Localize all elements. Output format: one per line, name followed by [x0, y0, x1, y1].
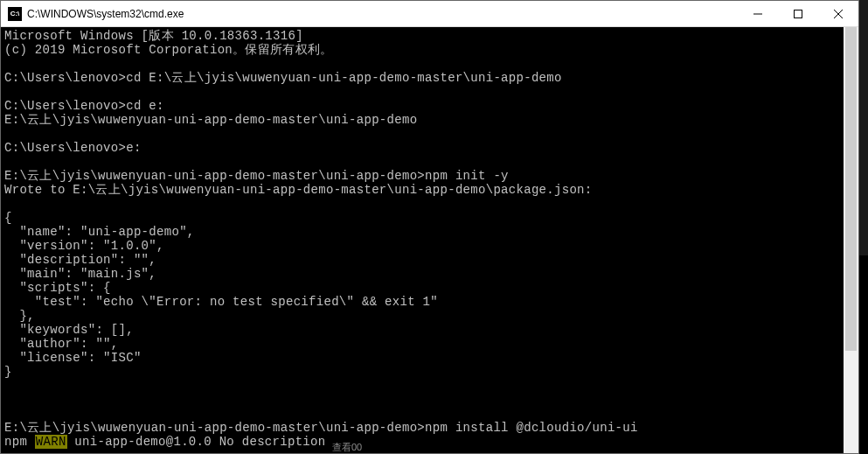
terminal-line: }	[4, 365, 844, 379]
terminal-line: Microsoft Windows [版本 10.0.18363.1316]	[4, 29, 844, 43]
terminal-line	[4, 127, 844, 141]
maximize-button[interactable]	[778, 1, 818, 27]
window-title: C:\WINDOWS\system32\cmd.exe	[27, 8, 738, 20]
terminal-line	[4, 407, 844, 421]
terminal-line: },	[4, 309, 844, 323]
cmd-icon: C:\	[8, 7, 22, 21]
window-controls	[738, 1, 858, 27]
terminal-line	[4, 155, 844, 169]
terminal-line: (c) 2019 Microsoft Corporation。保留所有权利。	[4, 43, 844, 57]
terminal-line: C:\Users\lenovo>e:	[4, 141, 844, 155]
terminal-line: "name": "uni-app-demo",	[4, 225, 844, 239]
terminal-wrapper: Microsoft Windows [版本 10.0.18363.1316](c…	[1, 27, 858, 453]
terminal-line: {	[4, 211, 844, 225]
close-button[interactable]	[818, 1, 858, 27]
terminal-line: E:\云上\jyis\wuwenyuan-uni-app-demo-master…	[4, 113, 844, 127]
maximize-icon	[794, 10, 802, 18]
terminal-output[interactable]: Microsoft Windows [版本 10.0.18363.1316](c…	[1, 27, 844, 453]
footer-hint: 查看00	[332, 441, 362, 454]
terminal-line	[4, 57, 844, 71]
terminal-line: "license": "ISC"	[4, 351, 844, 365]
terminal-line: "main": "main.js",	[4, 267, 844, 281]
terminal-line: "test": "echo \"Error: no test specified…	[4, 295, 844, 309]
background-strip-dark	[859, 255, 868, 454]
terminal-warn-line: npm WARN uni-app-demo@1.0.0 No descripti…	[4, 435, 844, 449]
minimize-icon	[753, 10, 762, 18]
terminal-line	[4, 393, 844, 407]
terminal-line: "scripts": {	[4, 281, 844, 295]
scrollbar[interactable]	[844, 27, 858, 453]
cmd-window: C:\ C:\WINDOWS\system32\cmd.exe Microsof…	[0, 0, 859, 454]
minimize-button[interactable]	[738, 1, 778, 27]
warn-badge: WARN	[35, 435, 67, 449]
terminal-line	[4, 197, 844, 211]
terminal-line: E:\云上\jyis\wuwenyuan-uni-app-demo-master…	[4, 169, 844, 183]
terminal-line: C:\Users\lenovo>cd E:\云上\jyis\wuwenyuan-…	[4, 71, 844, 85]
terminal-line: "author": "",	[4, 337, 844, 351]
terminal-line: Wrote to E:\云上\jyis\wuwenyuan-uni-app-de…	[4, 183, 844, 197]
terminal-line: "description": "",	[4, 253, 844, 267]
terminal-line: E:\云上\jyis\wuwenyuan-uni-app-demo-master…	[4, 421, 844, 435]
scrollbar-thumb[interactable]	[845, 27, 857, 351]
close-icon	[834, 10, 843, 18]
terminal-line: C:\Users\lenovo>cd e:	[4, 99, 844, 113]
terminal-line	[4, 85, 844, 99]
terminal-line	[4, 379, 844, 393]
terminal-line: "version": "1.0.0",	[4, 239, 844, 253]
terminal-line: "keywords": [],	[4, 323, 844, 337]
titlebar[interactable]: C:\ C:\WINDOWS\system32\cmd.exe	[1, 1, 858, 27]
svg-rect-1	[795, 10, 802, 17]
